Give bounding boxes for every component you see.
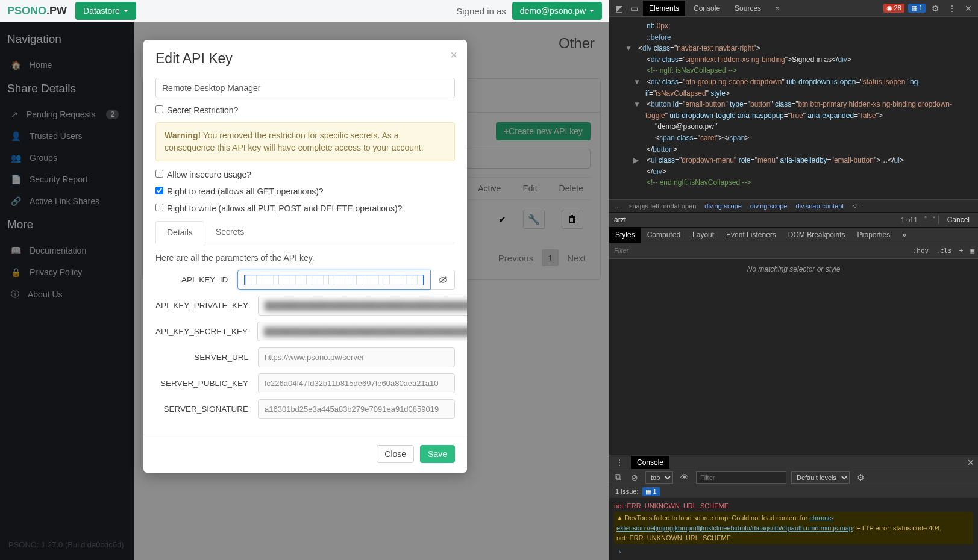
tab-computed[interactable]: Computed — [641, 227, 686, 243]
search-prev-icon[interactable]: ˄ — [921, 216, 930, 224]
read-row[interactable]: Right to read (allows all GET operations… — [155, 187, 455, 196]
tab-more[interactable]: » — [770, 1, 786, 16]
tab-secrets[interactable]: Secrets — [204, 220, 255, 243]
dom-node[interactable]: ▼<div class="btn-group ng-scope dropdown… — [620, 76, 973, 99]
field-api_key_id: API_KEY_ID██████████████████████████████… — [155, 270, 455, 290]
dom-node[interactable]: ::before — [620, 32, 973, 43]
console-menu-icon[interactable]: ⋮ — [613, 458, 626, 467]
dom-node[interactable]: nt: 0px; — [620, 20, 973, 32]
breadcrumb[interactable]: … snapjs-left.modal-open div.ng-scope di… — [609, 199, 978, 212]
styles-filter-input[interactable] — [609, 244, 909, 257]
field-label: SERVER_PUBLIC_KEY — [155, 379, 258, 388]
issues-bar[interactable]: 1 Issue: ▦ 1 — [609, 485, 978, 499]
warning-alert: Warning! You removed the restriction for… — [155, 122, 455, 161]
console-levels-select[interactable]: Default levels — [791, 471, 850, 484]
insecure-row[interactable]: Allow insecure usage? — [155, 170, 455, 179]
field-api_key_private_key: API_KEY_PRIVATE_KEY█████████████████████… — [155, 296, 455, 316]
msg-count-badge[interactable]: ▦ 1 — [908, 4, 926, 13]
hov-toggle[interactable]: :hov — [909, 247, 933, 255]
tab-layout[interactable]: Layout — [686, 227, 720, 243]
tab-details[interactable]: Details — [155, 221, 204, 243]
dom-node[interactable]: <span class="caret"></span> — [620, 132, 973, 144]
field-value[interactable]: fc226a04f47fd32b11b815de697fe60a80aea21a… — [258, 373, 455, 393]
field-label: API_KEY_PRIVATE_KEY — [155, 301, 258, 310]
search-count: 1 of 1 — [897, 216, 921, 223]
dom-node[interactable]: ▶<ul class="dropdown-menu" role="menu" a… — [620, 155, 973, 166]
error-count-badge[interactable]: ◉ 28 — [883, 4, 904, 13]
kebab-icon[interactable]: ⋮ — [945, 4, 959, 13]
user-menu-button[interactable]: demo@psono.pw — [512, 2, 602, 20]
dom-node[interactable]: ▼<div class="navbar-text navbar-right"> — [620, 43, 973, 54]
dom-node[interactable]: "demo@psono.pw " — [620, 121, 973, 132]
close-button[interactable]: Close — [377, 445, 414, 463]
dom-node[interactable]: ▼<button id="email-button" type="button"… — [620, 99, 973, 121]
write-row[interactable]: Right to write (allows all PUT, POST and… — [155, 204, 455, 213]
dom-search-input[interactable] — [609, 213, 897, 226]
secret-restriction-row[interactable]: Secret Restriction? — [155, 105, 455, 115]
tab-properties[interactable]: Properties — [851, 227, 897, 243]
signed-in-label: Signed in as — [456, 6, 506, 16]
tab-event-listeners[interactable]: Event Listeners — [720, 227, 782, 243]
edit-api-key-modal: × Edit API Key Secret Restriction? Warni… — [143, 40, 467, 473]
dom-search-bar: 1 of 1 ˄ ˅ Cancel — [609, 212, 978, 228]
field-label: API_KEY_SECRET_KEY — [155, 327, 257, 336]
field-api_key_secret_key: API_KEY_SECRET_KEY██████████████████████… — [155, 322, 455, 341]
dom-node[interactable]: </button> — [620, 144, 973, 155]
dom-node[interactable]: <div class="signintext hidden-xs ng-bind… — [620, 54, 973, 66]
add-style-icon[interactable]: + — [956, 247, 967, 255]
console-prompt[interactable]: › — [614, 546, 973, 558]
cls-toggle[interactable]: .cls — [932, 247, 956, 255]
dom-node[interactable]: <!-- ngIf: isNavCollapsed --> — [620, 65, 973, 76]
field-label: API_KEY_ID — [155, 275, 237, 284]
visibility-toggle-icon[interactable] — [431, 270, 455, 290]
devtools-tabbar: ◩ ▭ Elements Console Sources » ◉ 28 ▦ 1 … — [609, 0, 978, 17]
device-icon[interactable]: ▭ — [628, 4, 641, 13]
console-sidebar-icon[interactable]: ⧉ — [613, 472, 624, 482]
clear-console-icon[interactable]: ⊘ — [628, 473, 641, 482]
console-context-select[interactable]: top — [645, 471, 673, 484]
tab-elements[interactable]: Elements — [643, 1, 685, 16]
dom-tree[interactable]: nt: 0px;::before▼<div class="navbar-text… — [609, 17, 978, 199]
save-button[interactable]: Save — [420, 445, 455, 463]
issues-count-badge: ▦ 1 — [642, 487, 660, 496]
search-next-icon[interactable]: ˅ — [930, 216, 938, 224]
gear-icon[interactable]: ⚙ — [929, 4, 942, 13]
tab-console[interactable]: Console — [688, 1, 726, 16]
tab-dom-breakpoints[interactable]: DOM Breakpoints — [782, 227, 851, 243]
console-error-line: net::ERR_UNKNOWN_URL_SCHEME — [614, 501, 973, 511]
api-key-name-input[interactable] — [155, 78, 455, 98]
app-window: PSONO.PW Datastore Signed in as demo@pso… — [0, 0, 609, 560]
inspect-icon[interactable]: ◩ — [613, 4, 625, 13]
styles-tabbar: Styles Computed Layout Event Listeners D… — [609, 228, 978, 243]
secret-restriction-checkbox[interactable] — [155, 105, 163, 113]
modal-title: Edit API Key — [155, 51, 455, 67]
devtools-close-icon[interactable]: ✕ — [962, 4, 974, 13]
field-server_signature: SERVER_SIGNATUREa16301bd25e3a445a83b279e… — [155, 399, 455, 419]
tab-sources[interactable]: Sources — [729, 1, 767, 16]
console-gear-icon[interactable]: ⚙ — [854, 473, 867, 482]
topbar: PSONO.PW Datastore Signed in as demo@pso… — [0, 0, 609, 22]
styles-menu-icon[interactable]: ▣ — [967, 247, 978, 255]
dom-node[interactable]: <!-- end ngIf: isNavCollapsed --> — [620, 177, 973, 188]
insecure-checkbox[interactable] — [155, 170, 163, 178]
tab-styles-more[interactable]: » — [896, 227, 912, 243]
dom-node[interactable]: </div> — [620, 166, 973, 178]
field-value[interactable]: ████████████████████████████████████████ — [257, 322, 467, 341]
search-cancel-button[interactable]: Cancel — [938, 216, 978, 224]
tab-styles[interactable]: Styles — [609, 227, 641, 243]
write-checkbox[interactable] — [155, 204, 163, 211]
field-value[interactable]: https://www.psono.pw/server — [258, 347, 455, 367]
console-output: net::ERR_UNKNOWN_URL_SCHEME ▲ DevTools f… — [609, 499, 978, 561]
eye-icon[interactable]: 👁 — [678, 473, 691, 482]
field-value[interactable]: ████████████████████████████████ — [237, 270, 431, 290]
field-value[interactable]: ████████████████████████████████████████ — [258, 296, 467, 316]
console-drawer-tab[interactable]: Console — [631, 456, 669, 469]
datastore-button[interactable]: Datastore — [75, 2, 136, 20]
field-label: SERVER_URL — [155, 353, 258, 362]
close-icon[interactable]: × — [450, 48, 457, 62]
field-server_url: SERVER_URLhttps://www.psono.pw/server — [155, 347, 455, 367]
read-checkbox[interactable] — [155, 187, 163, 194]
console-filter-input[interactable] — [696, 471, 786, 484]
console-close-icon[interactable]: ✕ — [967, 458, 974, 467]
field-value[interactable]: a16301bd25e3a445a83b279e7091ea91d0859019 — [258, 399, 455, 419]
